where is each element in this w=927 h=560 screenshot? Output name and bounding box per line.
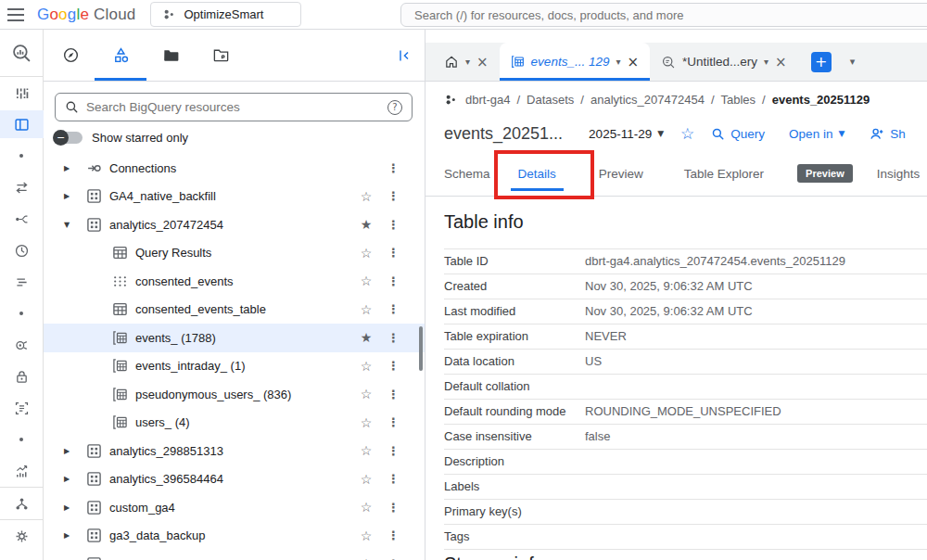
star-icon[interactable]: ☆ (358, 302, 375, 317)
close-icon[interactable]: × (775, 54, 787, 70)
close-icon[interactable]: × (476, 54, 489, 70)
tab-overflow-caret-icon[interactable]: ▾ (850, 56, 856, 68)
share-button[interactable]: Sh (869, 126, 906, 142)
scrollbar-thumb[interactable] (419, 326, 423, 371)
tree-item-pseudonymous-users[interactable]: pseudonymous_users_ (836) ☆ ⋮ (44, 380, 425, 409)
governance-icon[interactable] (0, 266, 44, 298)
kebab-menu-icon[interactable]: ⋮ (387, 161, 397, 175)
explorer-panel-icon[interactable] (0, 110, 44, 138)
tree-item-dataset[interactable]: ▶ google_ads ☆ ⋮ (44, 550, 425, 560)
kebab-menu-icon[interactable]: ⋮ (387, 302, 397, 316)
tab-preview[interactable]: Preview (599, 151, 643, 196)
kebab-menu-icon[interactable]: ⋮ (387, 444, 397, 458)
star-filled-icon[interactable]: ★ (358, 217, 375, 232)
chevron-right-icon[interactable]: ▶ (64, 192, 79, 200)
kebab-menu-icon[interactable]: ⋮ (387, 359, 397, 373)
tab-insights[interactable]: Insights (877, 151, 921, 196)
starred-folder-icon[interactable] (205, 30, 236, 81)
star-icon[interactable]: ☆ (358, 556, 375, 560)
tree-item-events-intraday[interactable]: events_intraday_ (1) ☆ ⋮ (44, 352, 425, 381)
chevron-down-icon[interactable]: ▼ (64, 221, 79, 229)
tree-item-query-results[interactable]: Query Results ☆ ⋮ (44, 239, 425, 268)
chevron-right-icon[interactable]: ▶ (64, 531, 79, 540)
star-filled-icon[interactable]: ★ (358, 330, 375, 345)
caret-down-icon[interactable]: ▾ (616, 57, 620, 67)
home-tab[interactable]: ▾ × (433, 43, 500, 81)
tab-details[interactable]: Details (518, 151, 556, 196)
star-icon[interactable]: ☆ (358, 359, 375, 374)
events-table-tab[interactable]: events_... 129 ▾ × (500, 43, 650, 81)
tree-item-table[interactable]: consented_events_table ☆ ⋮ (44, 296, 425, 325)
star-icon[interactable]: ☆ (358, 415, 375, 430)
star-icon[interactable]: ☆ (358, 443, 375, 458)
tree-item-external-table[interactable]: consented_events ☆ ⋮ (44, 267, 425, 296)
tree-item-dataset[interactable]: ▶ ga3_data_backup ☆ ⋮ (44, 522, 425, 551)
kebab-menu-icon[interactable]: ⋮ (387, 218, 397, 232)
bigquery-search-input[interactable] (86, 100, 380, 114)
settings-gear-icon[interactable] (0, 520, 44, 552)
breadcrumb-project[interactable]: dbrt-ga4 (465, 93, 510, 107)
tree-item-dataset[interactable]: ▶ GA4_native_backfill ☆ ⋮ (44, 183, 425, 211)
star-icon[interactable]: ☆ (358, 387, 375, 401)
kebab-menu-icon[interactable]: ⋮ (387, 528, 397, 542)
close-icon[interactable]: × (627, 54, 639, 70)
open-in-button[interactable]: Open in ▼ (789, 127, 844, 141)
kebab-menu-icon[interactable]: ⋮ (387, 388, 397, 401)
new-tab-button[interactable]: + (811, 52, 832, 72)
star-table-icon[interactable]: ☆ (680, 124, 694, 143)
tree-item-dataset[interactable]: ▶ analytics_298851313 ☆ ⋮ (44, 437, 425, 465)
show-starred-toggle[interactable]: − (55, 132, 83, 144)
kebab-menu-icon[interactable]: ⋮ (387, 246, 397, 260)
kebab-menu-icon[interactable]: ⋮ (387, 274, 397, 288)
tree-item-dataset-expanded[interactable]: ▼ analytics_207472454 ★ ⋮ (44, 210, 425, 239)
data-transfers-icon[interactable] (0, 172, 44, 203)
tab-table-explorer[interactable]: Table Explorer (684, 151, 764, 196)
breadcrumb-tables[interactable]: Tables (721, 93, 756, 107)
tree-item-users[interactable]: users_ (4) ☆ ⋮ (44, 409, 425, 438)
tree-item-dataset[interactable]: ▶ custom_ga4 ☆ ⋮ (44, 493, 425, 522)
star-icon[interactable]: ☆ (358, 528, 375, 543)
star-icon[interactable]: ☆ (358, 472, 375, 487)
kebab-menu-icon[interactable]: ⋮ (387, 472, 397, 486)
star-icon[interactable]: ☆ (358, 500, 375, 515)
resources-shapes-icon[interactable] (105, 30, 136, 81)
project-selector[interactable]: OptimizeSmart (150, 2, 301, 27)
studio-icon[interactable] (0, 77, 44, 108)
kebab-menu-icon[interactable]: ⋮ (387, 415, 397, 429)
sharing-icon[interactable] (0, 329, 44, 361)
kebab-menu-icon[interactable]: ⋮ (387, 189, 397, 203)
chevron-right-icon[interactable]: ▶ (64, 447, 79, 455)
secure-lock-icon[interactable] (0, 361, 44, 392)
untitled-query-tab[interactable]: *Untitled...ery ▾ × (650, 43, 798, 81)
collapse-panel-icon[interactable] (397, 48, 412, 63)
partition-date-selector[interactable]: 2025-11-29 ▼ (589, 127, 664, 141)
bigquery-logo-icon[interactable] (0, 30, 44, 76)
resources-hierarchy-icon[interactable] (0, 488, 44, 519)
star-icon[interactable]: ☆ (358, 274, 375, 288)
star-icon[interactable]: ☆ (358, 189, 375, 204)
kebab-menu-icon[interactable]: ⋮ (387, 501, 397, 515)
help-icon[interactable]: ? (387, 100, 402, 115)
projects-folder-icon[interactable] (155, 30, 186, 81)
tab-schema[interactable]: Schema (444, 151, 490, 196)
global-search-input[interactable] (400, 3, 927, 27)
pipelines-icon[interactable] (0, 203, 44, 235)
tree-item-dataset[interactable]: ▶ analytics_396584464 ☆ ⋮ (44, 465, 425, 494)
chevron-right-icon[interactable]: ▶ (64, 475, 79, 483)
menu-icon[interactable] (0, 8, 32, 21)
welcome-compass-icon[interactable] (55, 30, 86, 81)
data-canvas-icon[interactable] (0, 392, 44, 424)
tree-item-events-selected[interactable]: events_ (1788) ★ ⋮ (44, 324, 425, 352)
breadcrumb-datasets[interactable]: Datasets (527, 93, 574, 107)
chevron-right-icon[interactable]: ▶ (64, 503, 79, 512)
breadcrumb-dataset[interactable]: analytics_207472454 (590, 93, 705, 107)
kebab-menu-icon[interactable]: ⋮ (387, 331, 397, 345)
scheduling-icon[interactable] (0, 235, 44, 266)
bigquery-search-box[interactable]: ? (55, 93, 413, 121)
chevron-right-icon[interactable]: ▶ (64, 164, 79, 172)
tree-item-connections[interactable]: ▶ Connections ⋮ (44, 154, 425, 183)
star-icon[interactable]: ☆ (358, 246, 375, 261)
query-button[interactable]: Query (711, 127, 765, 141)
monitoring-icon[interactable] (0, 455, 44, 487)
caret-down-icon[interactable]: ▾ (465, 57, 470, 67)
